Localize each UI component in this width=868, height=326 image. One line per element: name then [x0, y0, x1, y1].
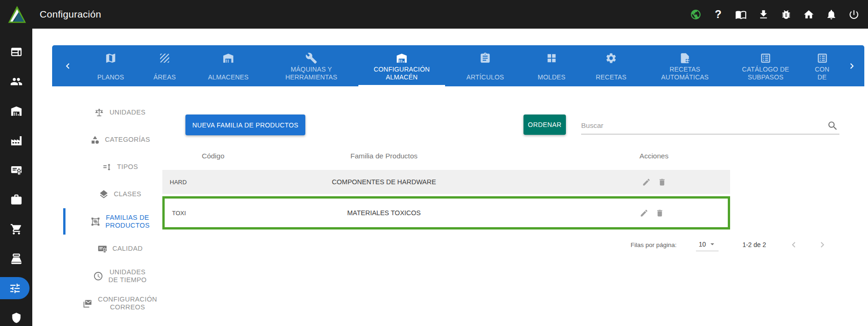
previous-page-icon[interactable] — [788, 239, 799, 250]
globe-icon[interactable] — [690, 8, 702, 20]
power-icon[interactable] — [848, 8, 860, 20]
map-icon — [105, 50, 117, 66]
sidebar-item-toolbox-icon[interactable] — [0, 185, 32, 214]
list-card-icon — [760, 50, 772, 66]
tab-planos[interactable]: PLANOS — [83, 45, 138, 86]
subnav-item-configuracion-correos[interactable]: CONFIGURACIÓN CORREOS — [55, 290, 184, 317]
table-header: Código Familia de Productos Acciones — [162, 147, 730, 165]
tab-maquinas-herramientas[interactable]: MÁQUINAS Y HERRAMIENTAS — [265, 45, 357, 86]
warehouse-config-icon — [396, 50, 408, 66]
tab-label: MÁQUINAS Y HERRAMIENTAS — [285, 66, 338, 86]
tab-label: RECETAS — [596, 66, 627, 86]
tab-moldes[interactable]: MOLDES — [524, 45, 579, 86]
search-field — [581, 117, 839, 134]
sort-icon — [102, 162, 112, 172]
table-pagination: Filas por página: 10 1-2 de 2 — [162, 233, 828, 256]
manual-icon[interactable] — [735, 8, 747, 20]
topbar-actions: ? — [690, 8, 868, 20]
search-input[interactable] — [581, 117, 821, 134]
tools-icon — [305, 50, 317, 66]
sidebar-item-certificate-icon[interactable] — [0, 155, 32, 185]
sidebar-item-factory-icon[interactable] — [0, 126, 32, 155]
cell-codigo: TOXI — [165, 210, 266, 217]
scale-icon — [94, 108, 104, 118]
cell-familia: MATERIALES TOXICOS — [266, 209, 576, 217]
gear-icon — [605, 50, 617, 66]
grid-icon — [546, 50, 558, 66]
sidebar-item-register-icon[interactable] — [0, 244, 32, 273]
pagination-range: 1-2 de 2 — [743, 241, 766, 248]
sidebar-item-shield-icon[interactable] — [0, 303, 32, 326]
mail-icon — [83, 298, 93, 308]
app-logo — [7, 5, 27, 24]
clock-icon — [93, 271, 103, 281]
clipboard-icon — [479, 50, 491, 66]
sidebar-item-cart-icon[interactable] — [0, 214, 32, 244]
delete-icon[interactable] — [658, 178, 666, 187]
tab-label: CON DE — [815, 66, 830, 86]
tabs-scroll-right-icon[interactable] — [839, 45, 864, 86]
tab-label: ALMACENES — [208, 66, 249, 86]
home-icon[interactable] — [803, 8, 814, 20]
tab-label: RECETAS AUTOMÁTICAS — [661, 66, 708, 86]
rows-per-page-label: Filas por página: — [630, 241, 677, 248]
tab-recetas-automaticas[interactable]: RECETAS AUTOMÁTICAS — [643, 45, 726, 86]
table-row[interactable]: HARD COMPONENTES DE HARDWARE — [162, 170, 730, 194]
tab-recetas[interactable]: RECETAS — [579, 45, 643, 86]
tab-catalogo-subpasos[interactable]: CATÁLOGO DE SUBPASOS — [726, 45, 805, 86]
sidebar-item-warehouse-icon[interactable] — [0, 96, 32, 126]
new-family-button[interactable]: NUEVA FAMILIA DE PRODUCTOS — [185, 115, 305, 135]
cell-familia: COMPONENTES DE HARDWARE — [264, 178, 578, 186]
rows-per-page-value: 10 — [699, 241, 706, 248]
highlighted-row-outline: TOXI MATERIALES TOXICOS — [162, 196, 730, 229]
edit-icon[interactable] — [642, 178, 651, 187]
cell-codigo: HARD — [162, 179, 264, 186]
card-icon — [816, 50, 828, 66]
tab-areas[interactable]: ÁREAS — [138, 45, 191, 86]
top-app-bar: Configuración ? — [0, 0, 868, 29]
download-icon[interactable] — [757, 8, 769, 20]
table-row[interactable]: TOXI MATERIALES TOXICOS — [165, 199, 728, 227]
order-button[interactable]: ORDENAR — [523, 115, 566, 135]
bug-icon[interactable] — [780, 8, 792, 20]
tabs-scroll-left-icon[interactable] — [52, 45, 83, 86]
tab-label: CATÁLOGO DE SUBPASOS — [742, 66, 789, 86]
tab-label: CONFIGURACIÓN ALMACÉN — [374, 66, 430, 86]
sidebar-item-people-icon[interactable] — [0, 66, 32, 96]
tab-label: MOLDES — [538, 66, 565, 86]
module-tab-bar: PLANOS ÁREAS ALMACENES MÁQUINAS Y HERRAM… — [52, 45, 864, 86]
category-icon — [90, 135, 100, 145]
chevron-down-icon — [708, 240, 717, 248]
tab-label: ARTÍCULOS — [466, 66, 504, 86]
main-sidebar — [0, 29, 32, 326]
sidebar-item-news-icon[interactable] — [0, 37, 32, 66]
texture-icon — [159, 50, 171, 66]
layers-icon — [99, 189, 109, 199]
subnav-item-unidades-de-tiempo[interactable]: UNIDADES DE TIEMPO — [55, 262, 184, 290]
page-title: Configuración — [40, 9, 101, 20]
certificate-icon — [97, 244, 107, 254]
column-header-familia: Familia de Productos — [264, 152, 578, 160]
object-group-icon — [90, 217, 101, 227]
sidebar-item-settings-icon[interactable] — [0, 277, 30, 299]
file-gear-icon — [679, 50, 691, 66]
tab-con-de-truncated[interactable]: CON DE — [805, 45, 839, 86]
notifications-icon[interactable] — [825, 8, 837, 20]
product-families-table: Código Familia de Productos Acciones HAR… — [162, 147, 730, 229]
subnav-item-unidades[interactable]: UNIDADES — [55, 99, 184, 126]
tab-configuracion-almacen[interactable]: CONFIGURACIÓN ALMACÉN — [357, 45, 446, 86]
help-icon[interactable]: ? — [712, 8, 724, 20]
rows-per-page-select[interactable]: 10 — [696, 238, 719, 251]
edit-icon[interactable] — [640, 209, 648, 217]
warehouse-icon — [222, 50, 234, 66]
tab-label: ÁREAS — [154, 66, 176, 86]
tab-almacenes[interactable]: ALMACENES — [191, 45, 265, 86]
search-icon[interactable] — [827, 120, 838, 132]
tab-articulos[interactable]: ARTÍCULOS — [446, 45, 524, 86]
tab-label: PLANOS — [97, 66, 124, 86]
column-header-acciones: Acciones — [578, 152, 730, 160]
delete-icon[interactable] — [655, 209, 664, 217]
column-header-codigo: Código — [162, 152, 264, 160]
next-page-icon[interactable] — [817, 239, 828, 250]
